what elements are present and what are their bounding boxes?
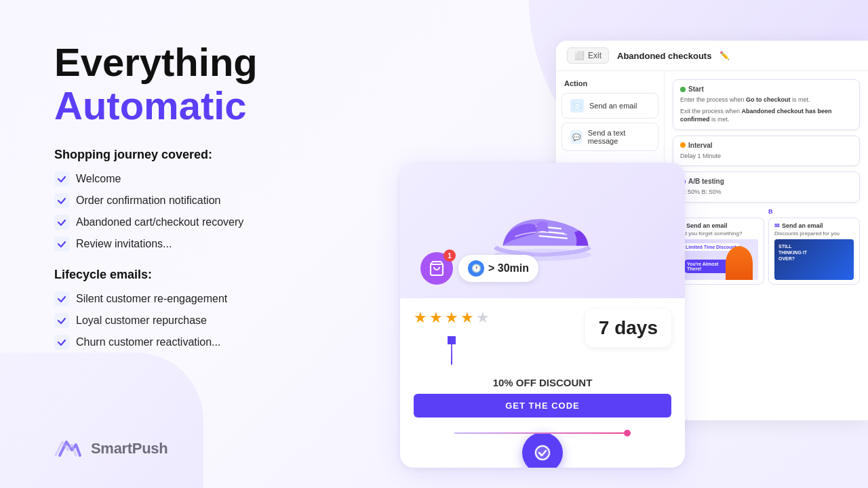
thumb-text-b: STILLTHINKING ITOVER?	[778, 243, 807, 262]
content-top: Everything Automatic Shopping journey co…	[54, 41, 332, 366]
check-icon	[54, 291, 69, 306]
cart-icon-wrap: 1	[420, 252, 453, 285]
email-b-label: Send an email	[782, 222, 823, 229]
time-text: > 30min	[488, 262, 529, 274]
start-dot	[680, 87, 686, 92]
check-icon	[54, 313, 69, 328]
bg-decoration-bottom	[0, 352, 203, 488]
item-label: Order confirmation notification	[76, 195, 220, 207]
ab-label: A/B testing	[688, 178, 724, 185]
get-code-button[interactable]: GET THE CODE	[414, 394, 671, 418]
star-3: ★	[445, 309, 458, 327]
v-connector	[414, 336, 490, 365]
exit-icon: ⬜	[574, 51, 585, 60]
svg-rect-3	[54, 237, 69, 251]
ab-col-a: A ✉ Send an email Did you forget somethi…	[673, 208, 764, 285]
action-circle	[522, 432, 563, 468]
check-icon	[54, 237, 69, 251]
checklist-item: Silent customer re-engagement	[54, 291, 332, 306]
email-icon-b: ✉	[774, 222, 780, 229]
v-line	[451, 344, 452, 365]
clock-icon: 🕐	[468, 260, 484, 277]
edit-icon[interactable]: ✏️	[719, 51, 730, 60]
checklist-item: Order confirmation notification	[54, 193, 332, 208]
send-sms-action[interactable]: 💬 Send a text message	[561, 123, 658, 151]
thumb-bubble: You're Almost There!	[683, 260, 730, 273]
start-label: Start	[688, 85, 704, 93]
email-b-text: Discounts prepared for you	[774, 230, 854, 237]
checklist-item: Review invitations...	[54, 237, 332, 251]
flow-panel: Start Enter the process when Go to check…	[665, 71, 868, 420]
middle-section: ★ ★ ★ ★ ★ 7 days	[400, 298, 685, 370]
main-container: Everything Automatic Shopping journey co…	[0, 0, 868, 488]
pink-connector-line	[454, 432, 624, 434]
ab-b-email-node: ✉ Send an email Discounts prepared for y…	[768, 218, 860, 285]
email-preview-a: Limited Time Discount You're Almost Ther…	[679, 239, 758, 280]
lifecycle-heading: Lifecycle emails:	[54, 268, 332, 282]
checklist-item: Loyal customer repurchase	[54, 313, 332, 328]
shopping-heading: Shopping journey covered:	[54, 148, 332, 162]
svg-rect-2	[54, 215, 69, 230]
thumb-person	[726, 246, 753, 280]
checklist-item: Abandoned cart/checkout recovery	[54, 215, 332, 230]
check-icon	[54, 335, 69, 350]
star-1: ★	[414, 309, 427, 327]
days-pill: 7 days	[585, 309, 671, 347]
start-node: Start Enter the process when Go to check…	[673, 79, 860, 130]
ab-split: A: 50% B: 50%	[680, 188, 852, 197]
ab-a-label: A	[673, 208, 764, 215]
item-label: Welcome	[76, 173, 121, 185]
stars-row: ★ ★ ★ ★ ★	[414, 309, 490, 327]
svg-point-12	[534, 445, 551, 461]
email-thumb-a: Limited Time Discount You're Almost Ther…	[679, 239, 758, 280]
interval-dot	[680, 142, 686, 148]
item-label: Loyal customer repurchase	[76, 314, 207, 327]
action-section-title: Action	[556, 79, 664, 93]
lifecycle-checklist: Silent customer re-engagement Loyal cust…	[54, 291, 332, 350]
svg-rect-0	[54, 171, 69, 186]
star-5: ★	[476, 309, 490, 327]
time-pill: 🕐 > 30min	[458, 255, 538, 282]
ab-b-label: B	[768, 208, 860, 215]
email-thumb-b: STILLTHINKING ITOVER?	[774, 239, 854, 280]
bottom-connector-area	[400, 430, 685, 468]
automation-title: Abandoned checkouts	[617, 51, 711, 61]
cart-icon	[429, 260, 445, 277]
notification-area: 1 🕐 > 30min	[420, 252, 538, 285]
email-a-text: Did you forget something?	[679, 230, 758, 237]
svg-rect-6	[54, 335, 69, 350]
svg-rect-5	[54, 313, 69, 328]
svg-rect-4	[54, 291, 69, 306]
check-icon	[54, 193, 69, 208]
star-2: ★	[429, 309, 443, 327]
send-email-label: Send an email	[589, 102, 637, 110]
discount-bottom: 10% OFF DISCOUNT GET THE CODE	[400, 370, 685, 427]
discount-card: 1 🕐 > 30min ★ ★ ★ ★ ★	[400, 163, 685, 468]
exit-label: Exit	[588, 51, 601, 60]
cart-badge: 1	[443, 249, 456, 262]
connector-dot-top	[448, 336, 456, 344]
interval-node: Interval Delay 1 Minute	[673, 136, 860, 167]
star-4: ★	[460, 309, 474, 327]
bottom-line-area	[400, 430, 685, 436]
ab-a-email-node: ✉ Send an email Did you forget something…	[673, 218, 764, 285]
email-a-label: Send an email	[686, 222, 728, 229]
check-icon	[54, 171, 69, 186]
item-label: Review invitations...	[76, 238, 172, 250]
item-label: Churn customer reactivation...	[76, 336, 220, 348]
sms-icon: 💬	[570, 130, 583, 144]
stars-area: ★ ★ ★ ★ ★	[414, 309, 490, 365]
checklist-item: Welcome	[54, 171, 332, 186]
check-icon	[54, 215, 69, 230]
ab-col-b: B ✉ Send an email Discounts prepared for…	[768, 208, 860, 285]
hero-title: Everything Automatic	[54, 41, 332, 127]
checkmark-circle-icon	[533, 443, 552, 462]
ab-columns: A ✉ Send an email Did you forget somethi…	[673, 208, 860, 285]
exit-button[interactable]: ⬜ Exit	[567, 47, 609, 64]
delay-text: Delay 1 Minute	[680, 152, 852, 161]
days-number: 7 days	[599, 317, 658, 339]
shopping-checklist: Welcome Order confirmation notification …	[54, 171, 332, 251]
interval-label: Interval	[688, 142, 713, 149]
send-email-action[interactable]: ✉️ Send an email	[561, 93, 658, 119]
pink-connector-dot	[624, 430, 631, 436]
